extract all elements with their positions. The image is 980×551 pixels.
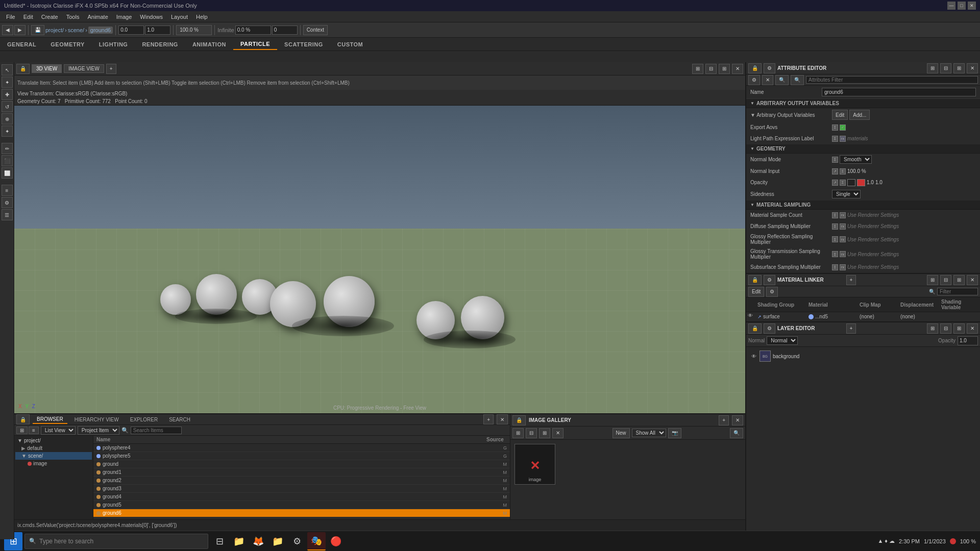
layer-eye-bg[interactable]: 👁 — [750, 354, 757, 359]
taskbar-app-2[interactable]: 🦊 — [249, 532, 267, 550]
attr-grid-2[interactable]: ⊟ — [940, 63, 951, 73]
export-aovs-icon[interactable]: Σ — [832, 124, 838, 131]
tree-default[interactable]: ▶ default — [15, 444, 92, 452]
view-list[interactable]: ≡ — [29, 427, 39, 434]
close-button[interactable]: ✕ — [968, 2, 976, 10]
left-tool-7[interactable]: ✏ — [2, 143, 13, 154]
value-input-4[interactable] — [272, 26, 298, 35]
attr-grid-1[interactable]: ⊞ — [927, 63, 938, 73]
ds-icon2[interactable]: rx — [840, 223, 846, 230]
name-value[interactable]: ground6 — [822, 88, 976, 96]
view-grid[interactable]: ⊞ — [16, 427, 28, 434]
mat-eye-surface[interactable]: 👁 — [746, 313, 754, 321]
mat-edit-icon[interactable]: ⚙ — [766, 287, 778, 297]
gallery-grid-1[interactable]: ⊞ — [512, 428, 524, 438]
attr-grid-3[interactable]: ⊞ — [953, 63, 965, 73]
mat-row-surface[interactable]: 👁 ↗ surface ...nd5 (none) (none) — [746, 312, 980, 321]
tab-animation[interactable]: ANIMATION — [185, 39, 233, 49]
menu-animate[interactable]: Animate — [83, 13, 112, 21]
gallery-grid-2[interactable]: ⊟ — [526, 428, 537, 438]
left-tool-10[interactable]: ≡ — [2, 185, 13, 196]
msc-icon2[interactable]: rx — [840, 212, 846, 218]
attr-icon-btn[interactable]: ⚙ — [764, 63, 775, 73]
opacity-swatch2[interactable] — [857, 179, 865, 186]
gallery-grid-3[interactable]: ⊞ — [539, 428, 550, 438]
browser-search[interactable] — [131, 427, 182, 434]
list-item-ground5[interactable]: ground5 M — [93, 501, 510, 509]
mat-add[interactable]: + — [846, 275, 856, 285]
list-item-ground4[interactable]: ground4 M — [93, 493, 510, 501]
taskbar-app-6[interactable]: 🔴 — [327, 532, 345, 550]
toolbar-btn-2[interactable]: ▶ — [14, 25, 26, 35]
list-item-ground[interactable]: ground M — [93, 460, 510, 468]
tab-browser[interactable]: BROWSER — [33, 415, 67, 424]
tree-root[interactable]: ▼ project/ — [15, 437, 92, 444]
breadcrumb-item[interactable]: ground6 — [88, 27, 113, 34]
layer-row-background[interactable]: 👁 BG background — [748, 349, 978, 364]
percent-btn[interactable]: 100.0 % — [176, 25, 212, 35]
mat-grid-1[interactable]: ⊞ — [927, 275, 938, 285]
tab-lighting[interactable]: LIGHTING — [92, 39, 135, 49]
gallery-lock[interactable]: 🔒 — [512, 415, 526, 425]
value-input-1[interactable] — [118, 26, 144, 35]
context-button[interactable]: Context — [303, 25, 328, 35]
menu-tools[interactable]: Tools — [62, 13, 84, 21]
opacity-swatch[interactable] — [847, 179, 855, 186]
mat-filter-input[interactable] — [937, 288, 978, 295]
gr-icon2[interactable]: rx — [840, 236, 846, 242]
ss-icon2[interactable]: rx — [840, 264, 846, 270]
gallery-grid-4[interactable]: ✕ — [552, 428, 564, 438]
menu-file[interactable]: File — [2, 13, 19, 21]
mat-lock[interactable]: 🔒 — [748, 275, 762, 285]
item-type-select[interactable]: Project Item — [78, 426, 119, 435]
gallery-cam-btn[interactable]: 📷 — [668, 428, 681, 438]
mat-close[interactable]: ✕ — [967, 275, 978, 285]
left-tool-12[interactable]: ☰ — [2, 209, 13, 220]
light-path-rx[interactable]: rx — [840, 136, 846, 142]
menu-image[interactable]: Image — [112, 13, 136, 21]
section-arbitrary-output[interactable]: ▼ ARBITRARY OUTPUT VARIABLES — [746, 99, 980, 108]
list-view-select[interactable]: List View — [41, 426, 76, 435]
attr-tb-4[interactable]: 🔍 — [791, 75, 804, 85]
attr-tb-3[interactable]: 🔍 — [775, 75, 789, 85]
toolbar-btn-1[interactable]: ◀ — [2, 25, 13, 35]
menu-help[interactable]: Help — [192, 13, 212, 21]
normal-mode-select[interactable]: Smooth — [840, 155, 872, 164]
light-path-icon[interactable]: Σ — [832, 136, 838, 142]
breadcrumb-project[interactable]: project/ — [45, 27, 64, 33]
value-input-3[interactable] — [235, 26, 271, 35]
viewport-3d[interactable]: X Y Z CPU: Progressive Rendering - Free … — [14, 106, 745, 413]
gt-icon2[interactable]: rx — [840, 251, 846, 257]
left-tool-11[interactable]: ⚙ — [2, 197, 13, 208]
left-tool-select[interactable]: ↖ — [2, 64, 13, 76]
gallery-new-btn[interactable]: New — [612, 428, 630, 438]
gallery-add[interactable]: + — [719, 415, 729, 425]
gr-icon1[interactable]: Σ — [832, 236, 838, 242]
left-tool-5[interactable]: ⊕ — [2, 113, 13, 124]
maximize-button[interactable]: □ — [958, 2, 966, 10]
layer-grid-2[interactable]: ⊟ — [940, 323, 951, 334]
attr-close[interactable]: ✕ — [967, 63, 978, 73]
gallery-close[interactable]: ✕ — [732, 415, 743, 425]
gallery-thumb-image[interactable]: ✕ image — [514, 444, 555, 485]
taskbar-app-5[interactable]: 🎭 — [307, 532, 326, 550]
vp-add-tab[interactable]: + — [106, 64, 116, 74]
vp-close[interactable]: ✕ — [732, 64, 743, 74]
mat-edit-btn[interactable]: Edit — [748, 287, 764, 297]
left-tool-4[interactable]: ↺ — [2, 101, 13, 112]
menu-edit[interactable]: Edit — [19, 13, 37, 21]
layer-grid-3[interactable]: ⊞ — [953, 323, 965, 334]
list-item-ground2[interactable]: ground2 M — [93, 477, 510, 485]
gt-icon1[interactable]: Σ — [832, 251, 838, 257]
layer-opacity-input[interactable] — [958, 336, 978, 345]
tab-general[interactable]: GENERAL — [0, 39, 43, 49]
list-item-ground3[interactable]: ground3 M — [93, 485, 510, 493]
gallery-show-select[interactable]: Show All — [632, 429, 666, 437]
menu-layout[interactable]: Layout — [167, 13, 192, 21]
tree-scene[interactable]: ▼ scene/ — [15, 452, 92, 460]
opacity-icon1[interactable]: ↗ — [832, 180, 838, 186]
ds-icon1[interactable]: Σ — [832, 223, 838, 230]
layer-icon[interactable]: ⚙ — [764, 323, 775, 334]
tab-rendering[interactable]: RENDERING — [135, 39, 185, 49]
layer-mode-select[interactable]: Normal — [767, 336, 798, 345]
